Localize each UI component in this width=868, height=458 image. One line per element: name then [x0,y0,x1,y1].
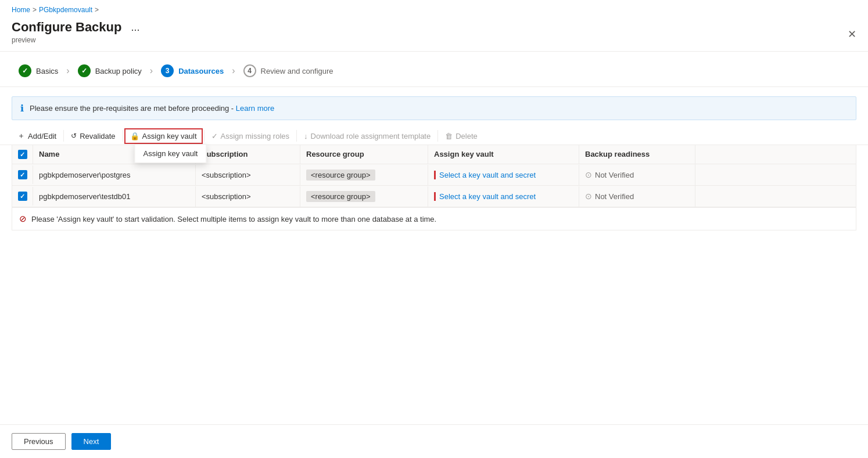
wizard-steps: ✓ Basics › ✓ Backup policy › 3 Datasourc… [0,52,868,87]
col-backup-readiness: Backup readiness [579,145,695,164]
page-header: Configure Backup ... preview ✕ [0,16,868,52]
ellipsis-button[interactable]: ... [127,20,143,35]
breadcrumb-home[interactable]: Home [12,6,30,14]
row1-resource-group: <resource group> [300,165,428,185]
assign-key-vault-button[interactable]: 🔒 Assign key vault [124,128,203,144]
info-banner: ℹ Please ensure the pre-requisites are m… [12,96,856,120]
step2-label: Backup policy [95,67,142,75]
check-icon: ✓ [211,132,218,140]
table-row: ✓ pgbkpdemoserver\testdb01 <subscription… [12,186,856,207]
row2-subscription: <subscription> [196,186,300,207]
step4-circle: 4 [243,64,256,77]
not-verified-icon: ⊙ [585,170,592,179]
step1-label: Basics [36,67,58,75]
revalidate-icon: ↺ [71,132,77,140]
page-subtitle: preview [12,36,856,44]
row2-resource-group: <resource group> [300,186,428,207]
delete-icon: 🗑 [445,132,453,140]
assign-missing-roles-button[interactable]: ✓ Assign missing roles [206,128,296,144]
download-icon: ↓ [304,132,308,140]
col-resource-group: Resource group [300,145,428,164]
col-assign-key-vault: Assign key vault [428,145,579,164]
row1-checkbox[interactable]: ✓ [12,165,33,184]
step-backup-policy[interactable]: ✓ Backup policy [71,61,149,81]
download-template-button[interactable]: ↓ Download role assignment template [298,128,436,144]
row1-key-vault: Select a key vault and secret [428,165,579,185]
not-verified-icon: ⊙ [585,192,592,201]
add-edit-button[interactable]: ＋ Add/Edit [12,127,62,145]
close-button[interactable]: ✕ [848,28,856,41]
error-banner: ⊘ Please 'Assign key vault' to start val… [12,207,856,230]
row1-readiness: ⊙ Not Verified [579,164,695,185]
step-basics[interactable]: ✓ Basics [12,61,65,81]
step-datasources[interactable]: 3 Datasources [154,61,231,81]
step1-circle: ✓ [19,64,31,77]
assign-key-vault-container: 🔒 Assign key vault Assign key vault [124,128,203,144]
plus-icon: ＋ [17,131,25,141]
step-review[interactable]: 4 Review and configure [236,61,340,81]
error-text: Please 'Assign key vault' to start valid… [31,215,436,223]
row1-name: pgbkpdemoserver\postgres [33,165,196,185]
info-icon: ℹ [20,103,24,114]
error-icon: ⊘ [19,214,27,224]
col-subscription: Subscription [196,145,300,164]
step3-circle: 3 [161,64,174,77]
step3-label: Datasources [178,67,224,75]
row2-key-vault: Select a key vault and secret [428,186,579,207]
revalidate-button[interactable]: ↺ Revalidate [65,128,121,144]
row1-key-vault-link[interactable]: Select a key vault and secret [434,171,536,179]
key-vault-icon: 🔒 [130,132,139,140]
row2-name: pgbkpdemoserver\testdb01 [33,186,196,207]
learn-more-link[interactable]: Learn more [236,104,274,113]
row2-key-vault-link[interactable]: Select a key vault and secret [434,192,536,201]
breadcrumb: Home > PGbkpdemovault > [0,0,868,16]
row2-readiness: ⊙ Not Verified [579,186,695,207]
assign-key-vault-tooltip: Assign key vault [134,144,206,163]
row1-subscription: <subscription> [196,165,300,185]
info-text: Please ensure the pre-requisites are met… [30,104,236,113]
step4-label: Review and configure [261,67,333,75]
step2-circle: ✓ [78,64,91,77]
header-checkbox: ✓ [12,145,33,164]
breadcrumb-vault[interactable]: PGbkpdemovault [39,6,92,14]
toolbar: ＋ Add/Edit ↺ Revalidate 🔒 Assign key vau… [0,120,868,145]
delete-button[interactable]: 🗑 Delete [439,128,483,144]
table-row: ✓ pgbkpdemoserver\postgres <subscription… [12,164,856,186]
page-title: Configure Backup [12,20,121,35]
row2-checkbox[interactable]: ✓ [12,187,33,205]
